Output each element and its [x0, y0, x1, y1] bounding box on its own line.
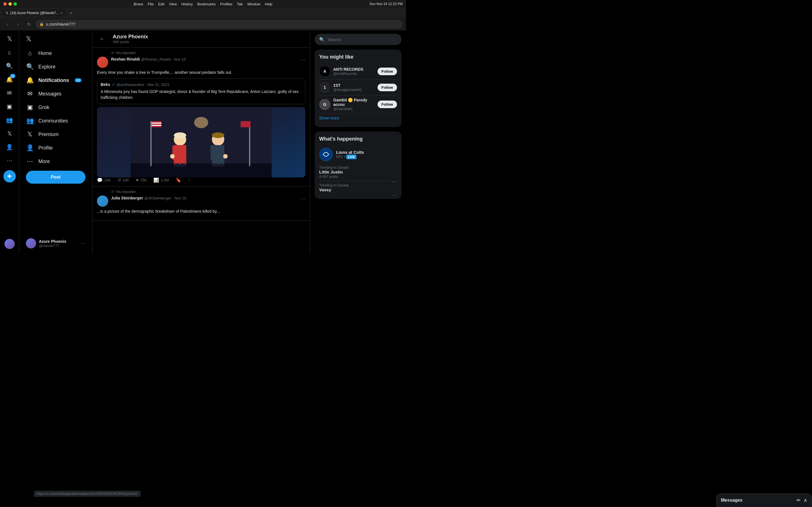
- like-icon: ♥: [136, 178, 139, 183]
- suggest-handle-1: @douglasramell1: [333, 88, 375, 92]
- home-icon: ⌂: [26, 50, 34, 57]
- menu-brave[interactable]: Brave: [134, 2, 143, 6]
- sidebar-icon-premium[interactable]: 𝕏: [3, 127, 16, 140]
- suggest-item-0: A ANTI RECORDS @AntiRecords Follow: [319, 63, 397, 79]
- right-sidebar: 🔍 Search You might like A ANTI RECORDS @…: [310, 31, 406, 253]
- search-bar[interactable]: 🔍 Search: [315, 34, 402, 45]
- trending-item-1[interactable]: Trending in Canada Vassy ⋯: [319, 181, 397, 194]
- menu-window[interactable]: Window: [247, 2, 260, 6]
- tweet-image-1: [97, 107, 305, 177]
- sidebar-item-notifications[interactable]: 🔔 Notifications 19: [22, 74, 89, 87]
- profile-posts-count: 34K posts: [113, 40, 148, 44]
- svg-point-22: [223, 154, 228, 159]
- reload-button[interactable]: ↻: [25, 20, 33, 28]
- trending-more-icon-0[interactable]: ⋯: [392, 179, 397, 185]
- x-logo-narrow[interactable]: 𝕏: [3, 33, 16, 45]
- sidebar-icon-more[interactable]: ⋯: [3, 154, 16, 167]
- sidebar-icon-grok[interactable]: ▣: [3, 100, 16, 113]
- sidebar-item-messages[interactable]: ✉ Messages: [22, 87, 89, 100]
- post-button-narrow[interactable]: ✚: [3, 170, 16, 182]
- url-bar[interactable]: 🔒 x.com/Havok777: [36, 20, 403, 29]
- maximize-button[interactable]: [13, 2, 17, 6]
- sidebar-label-messages: Messages: [38, 91, 61, 97]
- quoted-text-1: A Minnesota jury has found GOP strategis…: [101, 89, 302, 101]
- browser-tab-active[interactable]: 𝕏 (19) Azure Phoenix (@Havok7... ✕: [2, 9, 66, 17]
- tweet-text-1: Every time you shake a tree in Trumpvill…: [97, 69, 305, 75]
- share-action-1[interactable]: ↑: [188, 177, 190, 183]
- menu-profiles[interactable]: Profiles: [220, 2, 232, 6]
- post-button-wide[interactable]: Post: [26, 171, 86, 184]
- traffic-lights: [3, 2, 17, 6]
- menu-bookmarks[interactable]: Bookmarks: [197, 2, 216, 6]
- trending-more-icon-1[interactable]: ⋯: [392, 192, 397, 198]
- sidebar-icon-communities[interactable]: 👥: [3, 114, 16, 126]
- trending-item-0[interactable]: Trending in Canada Little Justin 4,497 p…: [319, 163, 397, 181]
- new-tab-button[interactable]: +: [67, 9, 75, 17]
- suggest-name-1: 1ST: [333, 83, 375, 88]
- follow-button-2[interactable]: Follow: [377, 101, 397, 108]
- menu-view[interactable]: View: [169, 2, 177, 6]
- sidebar-item-premium[interactable]: 𝕏 Premium: [22, 128, 89, 141]
- bookmark-action-1[interactable]: 🔖: [175, 177, 181, 183]
- back-button[interactable]: ←: [97, 34, 107, 44]
- tweet-more-btn-2[interactable]: ⋯: [300, 195, 305, 202]
- svg-point-23: [174, 132, 186, 138]
- suggest-handle-2: @Gambit41: [333, 107, 375, 111]
- menu-edit[interactable]: Edit: [158, 2, 164, 6]
- forward-nav-button[interactable]: ›: [14, 20, 22, 28]
- trending-posts-0: 4,497 posts: [319, 174, 397, 179]
- follow-button-0[interactable]: Follow: [377, 68, 397, 75]
- sidebar-icon-profile[interactable]: 👤: [3, 141, 16, 153]
- repost-action-1[interactable]: ↺ 16K: [117, 177, 129, 183]
- close-button[interactable]: [3, 2, 7, 6]
- share-icon: ↑: [188, 178, 190, 183]
- menu-history[interactable]: History: [181, 2, 193, 6]
- sidebar-label-profile: Profile: [38, 145, 53, 151]
- tweet-date-2: · Nov 18: [172, 196, 186, 200]
- profile-header: ← Azure Phoenix 34K posts: [93, 31, 310, 48]
- views-action-1[interactable]: 📊 1.3M: [153, 177, 169, 183]
- reply-action-1[interactable]: 💬 166: [97, 177, 110, 183]
- sidebar-narrow: 𝕏 ⌂ 🔍 🔔 19 ✉ ▣ 👥 𝕏 👤 ⋯ ✚: [0, 31, 19, 253]
- sidebar-item-home[interactable]: ⌂ Home: [22, 47, 89, 60]
- quoted-header-1: Beks ✓ @antifaoperative · Mar 31, 2023: [101, 82, 302, 87]
- tweet-author-2: Julia Steinberger: [111, 196, 143, 200]
- bookmark-icon: 🔖: [175, 177, 181, 183]
- x-logo-wide[interactable]: 𝕏: [22, 33, 89, 45]
- suggest-handle-0: @AntiRecords: [333, 71, 375, 76]
- communities-icon: 👥: [26, 117, 34, 124]
- sidebar-label-more: More: [38, 159, 50, 165]
- sidebar-icon-explore[interactable]: 🔍: [3, 60, 16, 72]
- sidebar-item-explore[interactable]: 🔍 Explore: [22, 60, 89, 73]
- menu-help[interactable]: Help: [265, 2, 272, 6]
- sidebar-icon-messages[interactable]: ✉: [3, 87, 16, 99]
- grok-icon: ▣: [26, 104, 34, 111]
- sport-teams: Lions at Colts: [336, 150, 397, 155]
- follow-button-1[interactable]: Follow: [377, 83, 397, 91]
- tab-close-icon[interactable]: ✕: [60, 11, 63, 15]
- notifications-count-badge: 19: [75, 78, 82, 82]
- sidebar-item-grok[interactable]: ▣ Grok: [22, 101, 89, 114]
- sidebar-item-profile[interactable]: 👤 Profile: [22, 142, 89, 154]
- reply-icon: 💬: [97, 177, 103, 183]
- sidebar-icon-notifications[interactable]: 🔔 19: [3, 73, 16, 86]
- sidebar-icon-home[interactable]: ⌂: [3, 46, 16, 59]
- more-icon: ⋯: [26, 158, 34, 165]
- profile-icon: 👤: [26, 144, 34, 152]
- sidebar-item-more[interactable]: ⋯ More: [22, 155, 89, 168]
- tweet-more-btn-1[interactable]: ⋯: [300, 57, 305, 63]
- sidebar-item-communities[interactable]: 👥 Communities: [22, 114, 89, 127]
- tweet-author-1: Roshan Rinaldi: [111, 57, 140, 61]
- menu-tab[interactable]: Tab: [237, 2, 243, 6]
- sidebar-user-handle: @Havok777: [39, 244, 78, 248]
- show-more-link[interactable]: Show more: [319, 114, 397, 122]
- back-nav-button[interactable]: ‹: [3, 20, 11, 28]
- minimize-button[interactable]: [8, 2, 12, 6]
- sport-item[interactable]: Lions at Colts NFL • LIVE: [319, 145, 397, 163]
- sidebar-user-avatar-narrow[interactable]: [4, 239, 15, 249]
- menu-file[interactable]: File: [148, 2, 154, 6]
- sidebar-wide: 𝕏 ⌂ Home 🔍 Explore 🔔 Notifications 19 ✉ …: [19, 31, 93, 253]
- like-action-1[interactable]: ♥ 75K: [136, 177, 147, 183]
- sidebar-user-section[interactable]: Azure Phoenix @Havok777 ⋯: [22, 235, 89, 251]
- quoted-tweet-1[interactable]: Beks ✓ @antifaoperative · Mar 31, 2023 A…: [97, 78, 305, 104]
